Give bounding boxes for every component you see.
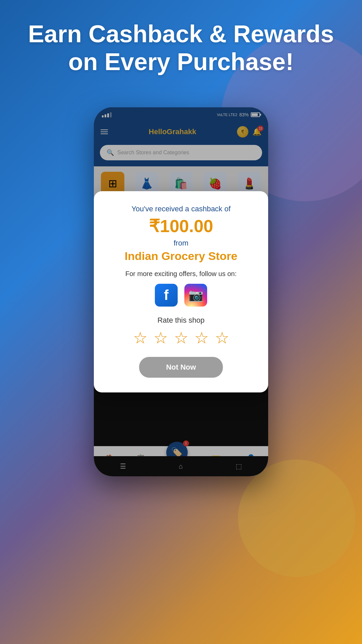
bg-circle-2 (238, 460, 355, 577)
social-icons-row: f 📷 (111, 284, 251, 307)
modal-subtitle: You've received a cashback of (111, 205, 251, 213)
facebook-letter: f (164, 287, 169, 303)
facebook-icon[interactable]: f (155, 284, 178, 307)
star-2[interactable]: ☆ (154, 330, 168, 346)
hero-section: Earn Cashback & Rewards on Every Purchas… (0, 20, 362, 76)
not-now-button[interactable]: Not Now (139, 357, 223, 378)
cashback-modal: You've received a cashback of ₹100.00 fr… (94, 191, 268, 392)
modal-from-text: from (111, 239, 251, 248)
star-5[interactable]: ☆ (215, 330, 229, 346)
star-1[interactable]: ☆ (133, 330, 147, 346)
modal-store-name: Indian Grocery Store (111, 250, 251, 263)
hero-title: Earn Cashback & Rewards on Every Purchas… (20, 20, 342, 76)
instagram-symbol: 📷 (188, 288, 203, 302)
instagram-icon[interactable]: 📷 (184, 284, 207, 307)
stars-row: ☆ ☆ ☆ ☆ ☆ (111, 330, 251, 346)
phone-mockup: VoLTE LTE2 83% HelloGrahakk ₹ 🔔 33 🔍 (94, 107, 268, 476)
star-3[interactable]: ☆ (174, 330, 188, 346)
modal-rate-text: Rate this shop (111, 316, 251, 325)
modal-overlay: You've received a cashback of ₹100.00 fr… (94, 107, 268, 476)
star-4[interactable]: ☆ (194, 330, 209, 346)
modal-follow-text: For more exciting offers, follow us on: (111, 270, 251, 278)
modal-amount: ₹100.00 (111, 216, 251, 236)
